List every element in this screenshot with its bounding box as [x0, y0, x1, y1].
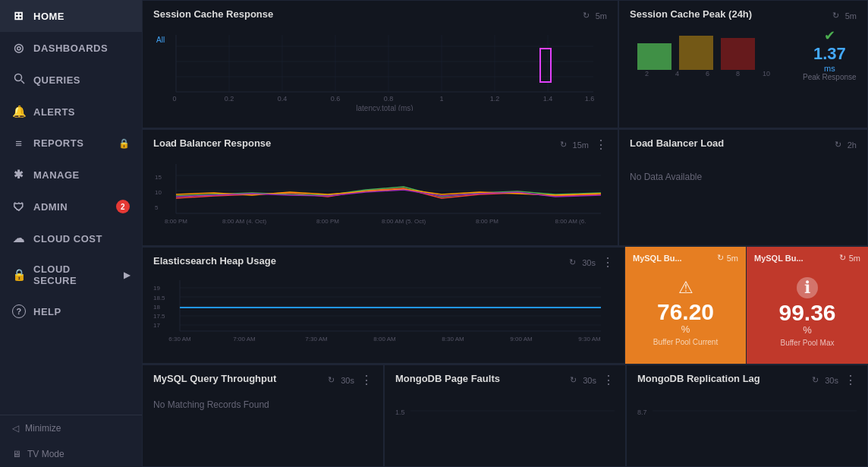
- svg-text:8:00 PM: 8:00 PM: [165, 218, 187, 225]
- svg-text:1.6: 1.6: [585, 95, 595, 103]
- load-balancer-response-panel: Load Balancer Response ↻ 15m ⋮ 15 10 5: [142, 129, 618, 246]
- es-heap-header: Elasticsearch Heap Usage ↻ 30s ⋮: [153, 255, 614, 270]
- mysql-query-header: MySQL Query Throughput ↻ 30s ⋮: [153, 373, 373, 387]
- session-cache-response-panel: Session Cache Response ↻ 5m All: [142, 0, 618, 128]
- mysql-current-title: MySQL Bu...: [633, 254, 682, 263]
- lb-more-icon[interactable]: ⋮: [595, 137, 607, 152]
- alerts-icon: 🔔: [12, 105, 26, 118]
- tv-mode-button[interactable]: 🖥 TV Mode: [0, 441, 142, 467]
- mongodb-page-faults-panel: MongoDB Page Faults ↻ 30s ⋮ 1.5: [384, 364, 626, 467]
- minimize-button[interactable]: ◁ Minimize: [0, 415, 142, 441]
- lb-load-refresh-interval: 2h: [848, 140, 857, 150]
- mysql-query-more-icon[interactable]: ⋮: [360, 373, 373, 387]
- reports-lock-icon: 🔒: [118, 138, 131, 149]
- mysql-query-no-records: No Matching Records Found: [153, 392, 373, 418]
- sidebar-bottom: ◁ Minimize 🖥 TV Mode: [0, 415, 142, 467]
- mongodb-repl-refresh: 30s: [825, 376, 838, 385]
- queries-icon: [12, 73, 26, 87]
- mongodb-faults-refresh: 30s: [583, 376, 596, 385]
- sidebar-item-help[interactable]: ? HELP: [0, 295, 142, 327]
- session-cache-peak-title: Session Cache Peak (24h): [630, 8, 752, 20]
- svg-point-0: [14, 74, 21, 81]
- refresh-interval: 5m: [596, 11, 607, 21]
- minimize-icon: ◁: [12, 423, 19, 434]
- svg-text:8.7: 8.7: [637, 409, 647, 416]
- svg-text:8:00 PM: 8:00 PM: [476, 218, 498, 225]
- sidebar-item-reports[interactable]: ≡ REPORTS 🔒: [0, 128, 142, 159]
- sidebar-item-home[interactable]: ⊞ HOME: [0, 0, 142, 32]
- svg-text:8:30 AM: 8:30 AM: [442, 336, 464, 342]
- peak-chart-area: 2 4 6 8 10 ✔ 1.37 ms Peak Response: [630, 27, 857, 81]
- sidebar-item-manage[interactable]: ✱ MANAGE: [0, 159, 142, 191]
- peak-value: 1.37: [813, 44, 846, 64]
- sidebar-label-queries: QUERIES: [33, 74, 80, 86]
- mongodb-repl-more-icon[interactable]: ⋮: [844, 373, 857, 387]
- mysql-query-controls: ↻ 30s ⋮: [328, 373, 373, 387]
- svg-text:0: 0: [172, 95, 176, 103]
- es-heap-title: Elasticsearch Heap Usage: [153, 255, 276, 267]
- mysql-max-header: MySQL Bu... ↻ 5m: [754, 253, 860, 263]
- lb-load-header: Load Balancer Load ↻ 2h: [630, 137, 857, 152]
- reports-icon: ≡: [12, 137, 26, 150]
- sidebar-item-cloud-cost[interactable]: ☁ CLOUD COST: [0, 222, 142, 254]
- es-refresh-interval: 30s: [582, 258, 596, 267]
- svg-text:4: 4: [675, 70, 679, 77]
- peak-bar-chart: 2 4 6 8 10: [630, 32, 797, 77]
- lb-load-controls: ↻ 2h: [835, 140, 857, 150]
- lb-load-no-data: No Data Available: [630, 156, 857, 197]
- es-heap-controls: ↻ 30s ⋮: [569, 255, 614, 270]
- elasticsearch-heap-panel: Elasticsearch Heap Usage ↻ 30s ⋮ 19 18.5…: [142, 247, 625, 364]
- svg-text:0.4: 0.4: [278, 95, 288, 103]
- sidebar-label-cloud-cost: CLOUD COST: [33, 233, 102, 245]
- sidebar-item-cloud-secure[interactable]: 🔒 CLOUD SECURE ▶: [0, 254, 142, 295]
- svg-text:17.5: 17.5: [153, 313, 165, 320]
- sidebar-label-reports: REPORTS: [33, 137, 83, 149]
- es-more-icon[interactable]: ⋮: [602, 255, 614, 270]
- svg-text:18.5: 18.5: [153, 295, 165, 301]
- mysql-current-label: Buffer Pool Current: [653, 338, 718, 346]
- tv-mode-label: TV Mode: [27, 449, 64, 459]
- mongodb-repl-controls: ↻ 30s ⋮: [812, 373, 857, 387]
- sidebar-label-help: HELP: [33, 306, 61, 317]
- mysql-max-refresh: 5m: [849, 254, 860, 263]
- svg-text:17: 17: [153, 322, 160, 329]
- lb-refresh-interval: 15m: [573, 140, 589, 150]
- sidebar-item-queries[interactable]: QUERIES: [0, 64, 142, 96]
- mysql-max-refresh-icon: ↻: [839, 253, 846, 263]
- svg-text:1.2: 1.2: [490, 95, 500, 103]
- mysql-query-title: MySQL Query Throughput: [153, 373, 276, 384]
- session-cache-peak-panel: Session Cache Peak (24h) ↻ 5m 2 4 6 8: [618, 0, 868, 128]
- svg-text:0.8: 0.8: [384, 95, 394, 103]
- mysql-current-warning-icon: ⚠: [678, 278, 693, 298]
- session-cache-response-title: Session Cache Response: [153, 8, 273, 20]
- svg-text:18: 18: [153, 304, 160, 311]
- svg-text:0.6: 0.6: [331, 95, 341, 103]
- admin-icon: 🛡: [12, 200, 26, 213]
- sidebar-item-admin[interactable]: 🛡 ADMIN 2: [0, 191, 142, 222]
- mysql-current-refresh-icon: ↻: [717, 253, 724, 263]
- checkmark-icon: ✔: [824, 27, 835, 44]
- y-axis-label: All: [156, 36, 165, 44]
- sidebar-item-dashboards[interactable]: ◎ DASHBOARDS: [0, 32, 142, 64]
- cloud-secure-icon: 🔒: [12, 268, 26, 282]
- manage-icon: ✱: [12, 168, 26, 181]
- cloud-secure-arrow-icon: ▶: [124, 270, 131, 280]
- svg-text:8:00 AM (4. Oct): 8:00 AM (4. Oct): [222, 218, 267, 225]
- mysql-max-unit: %: [803, 324, 812, 336]
- lb-response-header: Load Balancer Response ↻ 15m ⋮: [153, 137, 607, 152]
- mysql-current-value: 76.20: [657, 301, 714, 323]
- admin-badge: 2: [116, 200, 130, 213]
- mongodb-faults-more-icon[interactable]: ⋮: [602, 373, 615, 387]
- svg-rect-23: [540, 49, 551, 82]
- session-cache-response-controls: ↻ 5m: [583, 11, 607, 21]
- mysql-max-label: Buffer Pool Max: [781, 339, 835, 347]
- tv-icon: 🖥: [12, 449, 21, 459]
- load-balancer-load-panel: Load Balancer Load ↻ 2h No Data Availabl…: [618, 129, 868, 246]
- sidebar-label-admin: ADMIN: [33, 201, 68, 213]
- sidebar-item-alerts[interactable]: 🔔 ALERTS: [0, 96, 142, 128]
- mongodb-replication-lag-panel: MongoDB Replication Lag ↻ 30s ⋮ 8.7: [626, 364, 868, 467]
- mongodb-repl-refresh-icon: ↻: [812, 375, 819, 385]
- sidebar-label-cloud-secure: CLOUD SECURE: [33, 263, 116, 286]
- svg-text:latency.total (ms): latency.total (ms): [356, 104, 413, 111]
- mysql-buffer-max-panel: MySQL Bu... ↻ 5m ℹ 99.36 % Buffer Pool M…: [747, 247, 868, 364]
